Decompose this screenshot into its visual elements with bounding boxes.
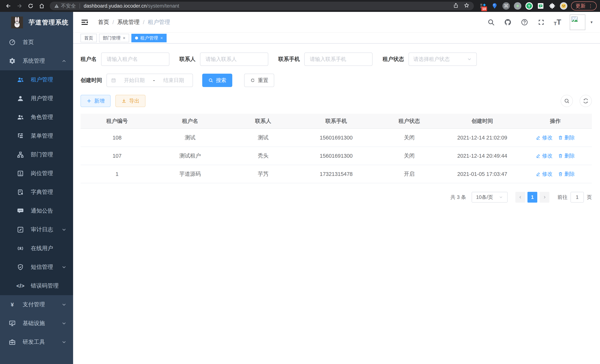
svg-text:Y: Y (528, 4, 530, 8)
search-button[interactable]: 搜索 (202, 74, 232, 87)
sidebar-item-label: 错误码管理 (31, 282, 67, 289)
edit-link[interactable]: 修改 (536, 170, 553, 177)
add-button[interactable]: 新增 (81, 95, 111, 107)
sidebar-item-role[interactable]: 角色管理 (0, 108, 73, 127)
next-page-button[interactable] (540, 192, 549, 203)
avatar-caret-icon[interactable]: ▾ (591, 20, 593, 25)
sidebar-item-dept[interactable]: 部门管理 (0, 145, 73, 164)
export-button[interactable]: 导出 (115, 95, 145, 107)
ext-y-icon[interactable]: Y (525, 2, 533, 10)
table-cell-mobile: 15601691300 (300, 129, 373, 147)
sidebar-item-sms[interactable]: 短信管理 (0, 258, 73, 276)
header-search-icon[interactable] (487, 18, 495, 26)
sidebar-item-dict[interactable]: 字典管理 (0, 183, 73, 202)
breadcrumb-item: 租户管理 (148, 18, 170, 26)
app-title: 芋道管理系统 (28, 18, 69, 27)
sidebar-item-post[interactable]: 岗位管理 (0, 164, 73, 183)
sidebar-item-label: 字典管理 (31, 188, 67, 196)
delete-link-label: 删除 (564, 170, 575, 177)
ext-balloon-icon[interactable] (491, 2, 498, 10)
dict-icon (16, 188, 25, 196)
sidebar-item-infra[interactable]: 基础设施 (0, 314, 73, 333)
sidebar-item-pay[interactable]: ¥支付管理 (0, 295, 73, 314)
update-button[interactable]: 更新 ⋮ (571, 1, 597, 10)
table-cell-contact: 测试 (226, 129, 300, 147)
avatar[interactable] (570, 14, 585, 30)
browser-back-icon[interactable] (3, 1, 13, 11)
breadcrumb-item[interactable]: 首页 (98, 18, 109, 26)
contact-input[interactable] (200, 53, 268, 66)
sidebar-item-menu[interactable]: 菜单管理 (0, 127, 73, 145)
browser-home-icon[interactable] (37, 1, 47, 11)
goto-page-input[interactable] (571, 192, 584, 203)
table-row: 107测试租户秃头15601691300关闭2021-12-14 20:49:4… (81, 147, 592, 165)
not-secure-warning[interactable]: 不安全 (54, 3, 76, 9)
tenant-name-input[interactable] (101, 53, 169, 66)
tab-close-icon[interactable]: × (160, 36, 163, 40)
sidebar-item-online[interactable]: 在线用户 (0, 239, 73, 258)
sidebar-item-notice[interactable]: 通知公告 (0, 202, 73, 220)
sidebar-item-errcode[interactable]: </>错误码管理 (0, 276, 73, 295)
breadcrumb: 首页/系统管理/租户管理 (98, 18, 170, 26)
sidebar-item-user[interactable]: 用户管理 (0, 89, 73, 108)
toggle-search-button[interactable] (561, 95, 573, 107)
bookmark-star-icon[interactable] (464, 3, 469, 9)
tab-部门管理[interactable]: 部门管理× (99, 34, 129, 42)
sidebar-item-home[interactable]: 首页 (0, 33, 73, 52)
sidebar-item-audit[interactable]: 审计日志 (0, 220, 73, 239)
export-button-label: 导出 (129, 97, 140, 104)
add-button-label: 新增 (94, 97, 105, 104)
sidebar-collapse-icon[interactable] (81, 18, 89, 26)
table-cell-mobile: 17321315478 (300, 165, 373, 183)
share-icon[interactable] (453, 3, 459, 9)
edit-link[interactable]: 修改 (536, 152, 553, 159)
sidebar-item-tenant[interactable]: 租户管理 (0, 70, 73, 89)
tab-租户管理[interactable]: 租户管理× (131, 34, 167, 42)
browser-reload-icon[interactable] (26, 1, 36, 11)
table-cell-status: 关闭 (373, 129, 446, 147)
table-cell-name: 测试 (154, 129, 227, 147)
ext-chat-icon[interactable] (537, 2, 544, 10)
font-size-icon[interactable]: TT (554, 18, 561, 26)
mobile-input[interactable] (304, 53, 373, 66)
tab-close-icon[interactable]: × (123, 36, 125, 40)
edit-link[interactable]: 修改 (536, 134, 553, 141)
active-tab-dot (135, 37, 138, 39)
ext-blocks-icon[interactable]: 10 (479, 2, 487, 10)
table-cell-id: 107 (81, 147, 154, 165)
delete-link[interactable]: 删除 (558, 152, 575, 159)
date-range-picker[interactable]: 开始日期 - 结束日期 (106, 74, 193, 87)
sidebar-item-label: 通知公告 (31, 207, 67, 215)
tab-首页[interactable]: 首页 (81, 34, 97, 42)
extensions-puzzle-icon[interactable] (548, 2, 556, 10)
github-icon[interactable] (504, 18, 512, 26)
page-number-1[interactable]: 1 (527, 192, 537, 203)
sidebar-item-label: 支付管理 (23, 301, 61, 308)
address-bar[interactable]: 不安全 dashboard.yudao.iocoder.cn/system/te… (50, 2, 474, 10)
sidebar-item-label: 研发工具 (23, 338, 61, 346)
tenant-page: 租户名 联系人 联系手机 租户状态 请选择租户状态 (73, 44, 600, 364)
sidebar-item-devtool[interactable]: 研发工具 (0, 333, 73, 351)
delete-link[interactable]: 删除 (558, 170, 575, 177)
status-select[interactable]: 请选择租户状态 (409, 53, 477, 66)
delete-link[interactable]: 删除 (558, 134, 575, 141)
ext-status-icon[interactable] (514, 2, 521, 10)
table-cell-status: 开启 (373, 165, 446, 183)
refresh-table-button[interactable] (580, 95, 592, 107)
breadcrumb-item[interactable]: 系统管理 (117, 18, 140, 26)
browser-forward-icon[interactable] (14, 1, 25, 11)
sidebar-item-system[interactable]: 系统管理 (0, 52, 73, 70)
shield-icon (16, 263, 25, 271)
ext-emoji-icon[interactable] (560, 2, 567, 10)
ext-command-icon[interactable]: ⌘ (502, 2, 510, 10)
page-size-select[interactable]: 10条/页 (472, 192, 508, 203)
fullscreen-icon[interactable] (537, 18, 545, 26)
sidebar-logo[interactable]: 芋道管理系统 (0, 12, 73, 33)
filter-contact: 联系人 (179, 53, 268, 66)
reset-button[interactable]: 重置 (244, 74, 274, 87)
prev-page-button[interactable] (516, 192, 525, 203)
peoples-icon (16, 113, 25, 121)
table-header-row: 租户编号租户名联系人联系手机租户状态创建时间操作 (81, 114, 592, 129)
help-icon[interactable] (520, 18, 529, 26)
reset-button-label: 重置 (258, 77, 268, 84)
